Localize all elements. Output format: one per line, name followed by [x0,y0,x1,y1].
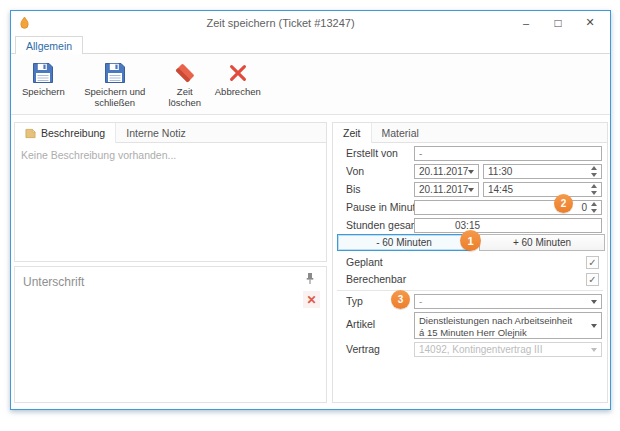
pause-spinedit[interactable]: 0 [414,200,602,215]
cancel-button[interactable]: Abbrechen [210,57,266,99]
von-date-combo[interactable]: 20.11.2017 [414,164,479,179]
geplant-checkbox[interactable]: ✓ [586,256,599,269]
geplant-label: Geplant [346,255,383,270]
description-panel: Beschreibung Interne Notiz Keine Beschre… [14,122,327,262]
tab-interne-notiz-label: Interne Notiz [126,127,186,139]
maximize-button[interactable]: □ [542,13,574,32]
bis-label: Bis [346,182,361,197]
pin-icon[interactable] [303,271,317,285]
dialog-window: Zeit speichern (Ticket #13247) – □ ✕ All… [10,10,611,410]
pause-value: 0 [581,201,587,214]
signature-clear-button[interactable]: ✕ [303,291,320,308]
artikel-value-line2: á 15 Minuten Herr Olejnik [419,327,585,339]
typ-label: Typ [346,294,363,309]
von-time-spinner[interactable] [589,166,599,177]
time-panel: Zeit Material Erstellt von - Von 20.11.2… [332,122,608,403]
von-time-value: 11:30 [488,166,512,177]
cancel-x-icon [227,59,249,86]
delete-time-button-label: Zeit löschen [165,86,205,109]
signature-label: Unterschrift [23,275,84,289]
window-controls: – □ ✕ [510,13,606,32]
step-badge-3: 3 [391,290,410,309]
tab-material[interactable]: Material [372,123,429,143]
bis-time-spinner[interactable] [589,184,599,195]
spin-up-icon [591,184,597,188]
spin-down-icon [591,173,597,177]
save-button-label: Speichern [22,86,65,97]
window-title: Zeit speichern (Ticket #13247) [71,17,490,29]
vertrag-value: 14092, Kontingentvertrag III [419,344,542,355]
chevron-down-icon [591,348,597,352]
tab-material-label: Material [382,127,419,139]
save-icon [31,59,55,86]
erstellt-von-label: Erstellt von [346,146,398,161]
cancel-button-label: Abbrechen [215,86,261,97]
minimize-button[interactable]: – [510,13,542,32]
save-and-close-button-label: Speichern und schließen [75,86,155,109]
divider [337,290,603,291]
tab-beschreibung-label: Beschreibung [41,127,105,139]
stunden-field: 03:15 [414,218,602,233]
spin-up-icon [591,166,597,170]
artikel-dropdown[interactable]: Dienstleistungen nach Arbeitseinheit á 1… [414,312,602,339]
bis-date-value: 20.11.2017 [419,184,468,195]
ribbon-tab-allgemein[interactable]: Allgemein [15,36,83,55]
screen: Zeit speichern (Ticket #13247) – □ ✕ All… [0,0,620,431]
delete-time-button[interactable]: Zeit löschen [160,57,210,111]
von-label: Von [346,164,364,179]
chevron-down-icon [468,188,474,192]
von-time-field[interactable]: 11:30 [483,164,602,179]
bis-date-combo[interactable]: 20.11.2017 [414,182,479,197]
tab-zeit[interactable]: Zeit [333,123,372,143]
plus-60-button[interactable]: + 60 Minuten [479,234,605,251]
artikel-value-line1: Dienstleistungen nach Arbeitseinheit [419,315,585,327]
erstellt-von-field: - [414,146,602,161]
step-badge-2: 2 [554,194,573,213]
tab-beschreibung[interactable]: Beschreibung [15,123,116,143]
description-textarea[interactable]: Keine Beschreibung vorhanden... [21,149,320,161]
save-button[interactable]: Speichern [17,57,70,99]
chevron-down-icon [591,324,597,328]
step-badge-1: 1 [460,230,481,251]
typ-value: - [419,296,422,307]
berechenbar-label: Berechenbar [346,272,406,287]
bis-time-value: 14:45 [488,184,513,195]
description-tabs: Beschreibung Interne Notiz [15,123,326,143]
spin-up-icon [591,202,597,206]
spin-down-icon [591,209,597,213]
minus-60-button[interactable]: - 60 Minuten [337,234,471,251]
spin-down-icon [591,191,597,195]
artikel-label: Artikel [346,317,375,332]
tab-zeit-label: Zeit [343,127,361,139]
typ-dropdown[interactable]: - [414,294,602,309]
app-flame-icon [19,16,30,30]
close-button[interactable]: ✕ [574,13,606,32]
note-icon [25,128,36,139]
vertrag-dropdown-disabled: 14092, Kontingentvertrag III [414,342,602,357]
tab-interne-notiz[interactable]: Interne Notiz [116,123,196,143]
ribbon-tabrow: Allgemein [11,35,610,54]
chevron-down-icon [468,170,474,174]
save-and-close-button[interactable]: Speichern und schließen [70,57,160,111]
pause-spinner[interactable] [589,202,599,213]
bis-time-field[interactable]: 14:45 [483,182,602,197]
ribbon-toolbar: Speichern Speichern und schließen [11,54,610,115]
signature-panel[interactable]: Unterschrift ✕ [14,266,327,403]
titlebar: Zeit speichern (Ticket #13247) – □ ✕ [11,11,610,35]
vertrag-label: Vertrag [346,342,380,357]
berechenbar-checkbox[interactable]: ✓ [586,273,599,286]
time-material-tabs: Zeit Material [333,123,607,143]
eraser-icon [173,59,197,86]
save-icon [103,59,127,86]
von-date-value: 20.11.2017 [419,166,468,177]
chevron-down-icon [591,300,597,304]
